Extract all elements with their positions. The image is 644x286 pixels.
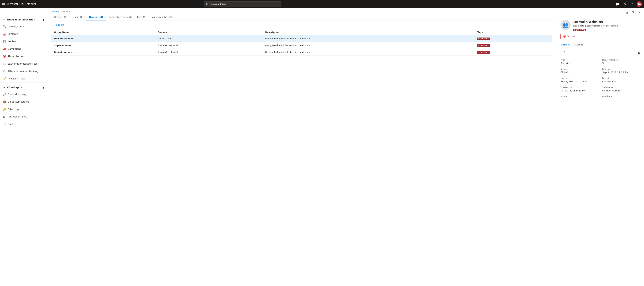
review-icon: 📋 <box>3 40 6 43</box>
info-field-direct-members: Direct members 5 <box>602 59 640 65</box>
cell-description: Designated administrators of the domain <box>262 35 474 42</box>
help-button[interactable]: ? <box>629 1 635 7</box>
chevron-up-icon-2: ▲ <box>42 86 44 89</box>
col-header-domain[interactable]: Domain <box>155 29 262 35</box>
sidebar-item-threat-tracker[interactable]: 🎯 Threat tracker <box>0 53 47 60</box>
table-row[interactable]: Super Admins domain1.test.local Designat… <box>51 42 552 49</box>
info-field-domain: Domain contoso.com <box>602 77 640 83</box>
cell-group-name: Domain Admins <box>51 49 155 56</box>
detail-tab-users[interactable]: Users (5) <box>574 42 587 48</box>
sidebar-section-header-cloud[interactable]: ☁ Cloud apps ▲ <box>0 84 47 91</box>
help-icon: ? <box>631 2 633 6</box>
table-row[interactable]: Domain Admins domain2.test.local Designa… <box>51 49 552 56</box>
sidebar-item-investigations[interactable]: 🔍 Investigations <box>0 23 47 30</box>
group-avatar: 👥 <box>560 20 570 30</box>
search-input[interactable] <box>210 3 276 6</box>
cloud-app-catalog-icon: 📦 <box>3 100 6 103</box>
waffle-icon[interactable]: ⊞ <box>2 2 5 6</box>
tab-connected-apps[interactable]: Connected apps (0) <box>106 14 134 21</box>
investigations-icon: 🔍 <box>3 25 6 28</box>
last-seen-value: Sep 3, 2023 10:16 AM <box>560 80 598 83</box>
detail-panel: ▲ ▼ ✕ 👥 Domain Admins Designated adminis… <box>556 8 644 286</box>
close-icon: ✕ <box>638 11 640 14</box>
info-field-type: Type Security <box>560 59 598 65</box>
tab-groups[interactable]: Groups (3) <box>86 14 106 21</box>
info-field-created-on: Created on Jan 11, 2018 9:45 PM <box>560 86 598 92</box>
topbar-actions: 💬 ⚙ ? TA <box>614 1 642 7</box>
member-of-label: Member of <box>602 95 640 98</box>
col-header-group-name[interactable]: Group Name <box>51 29 155 35</box>
export-button[interactable]: ⬇ Export <box>51 23 66 27</box>
first-seen-label: First seen <box>602 68 640 70</box>
feedback-button[interactable]: 💬 <box>614 1 620 7</box>
sidebar-item-label: Review <box>8 40 16 43</box>
sidebar-item-exchange-message-trace[interactable]: 📨 Exchange message trace <box>0 60 47 67</box>
sidebar-item-files[interactable]: 📄 Files <box>0 120 47 128</box>
sidebar-item-app-governance[interactable]: 🗂 App governance <box>0 113 47 120</box>
global-search[interactable]: 🔍 ✕ <box>204 1 281 7</box>
sidebar-item-review[interactable]: 📋 Review <box>0 38 47 45</box>
nav-up-button[interactable]: ▲ <box>624 10 630 15</box>
sidebar-item-label: Explorer <box>8 33 18 35</box>
sidebar-item-explorer[interactable]: 📊 Explorer <box>0 30 47 38</box>
sidebar-section-header-email[interactable]: ✉ Email & collaboration ▲ <box>0 16 47 23</box>
info-grid: Type Security Direct members 5 Scope Glo… <box>560 59 640 98</box>
detail-body: Info ▲ Type Security Direct members 5 Sc… <box>556 48 644 286</box>
sidebar-item-oauth-apps[interactable]: 🔑 OAuth apps <box>0 105 47 113</box>
chevron-up-icon: ▲ <box>42 18 44 21</box>
cell-domain: contoso.com <box>155 35 262 42</box>
col-header-description[interactable]: Description <box>262 29 474 35</box>
detail-title-area: Domain Admins Designated administrators … <box>573 20 640 31</box>
cell-domain: domain1.test.local <box>155 42 262 49</box>
info-collapse-icon[interactable]: ▲ <box>638 51 640 54</box>
tab-devices[interactable]: Devices (0) <box>51 14 70 21</box>
cell-description: Designated administrators of the domain <box>262 49 474 56</box>
close-panel-button[interactable]: ✕ <box>636 10 642 15</box>
sidebar-item-attack-simulation-training[interactable]: 🛡 Attack simulation training <box>0 67 47 75</box>
info-field-last-seen: Last seen Sep 3, 2023 10:16 AM <box>560 77 598 83</box>
sidebar-item-cloud-discovery[interactable]: 🔎 Cloud discovery <box>0 91 47 98</box>
attack-sim-icon: 🛡 <box>3 70 6 73</box>
search-clear-icon[interactable]: ✕ <box>278 3 280 6</box>
avatar[interactable]: TA <box>636 1 642 7</box>
cell-tags: SENSITIVE <box>474 35 552 42</box>
sidebar-item-label: Campaigns <box>8 48 21 50</box>
threat-tracker-icon: 🎯 <box>3 55 6 58</box>
cell-domain: domain2.test.local <box>155 49 262 56</box>
settings-button[interactable]: ⚙ <box>622 1 628 7</box>
sam-name-label: SAM name <box>602 86 640 89</box>
sensitive-badge: SENSITIV… <box>477 44 490 47</box>
cell-tags: SENSITIV… <box>474 42 552 49</box>
created-on-value: Jan 11, 2018 9:45 PM <box>560 89 598 92</box>
sidebar-item-policies-rules[interactable]: 📝 Policies & rules <box>0 75 47 82</box>
table-header-row: Group Name Domain Description Tags <box>51 29 552 35</box>
sidebar-toggle[interactable]: ☰ <box>0 8 47 16</box>
detail-title: Domain Admins <box>573 20 640 24</box>
table-row[interactable]: Domain Admins contoso.com Designated adm… <box>51 35 552 42</box>
page-tabs: Devices (0) Users (0) Groups (3) Connect… <box>47 14 556 21</box>
go-hunt-button[interactable]: 🎯 Go hunt <box>560 34 578 39</box>
info-field-sam-name: SAM name Domain Admins <box>602 86 640 92</box>
tab-users[interactable]: Users (0) <box>70 14 86 21</box>
cell-tags: SENSITIV… <box>474 49 552 56</box>
group-avatar-icon: 👥 <box>563 22 568 28</box>
search-icon: 🔍 <box>206 3 208 6</box>
nav-up-icon: ▲ <box>626 11 628 14</box>
sidebar-item-cloud-app-catalog[interactable]: 📦 Cloud app catalog <box>0 98 47 105</box>
tab-files[interactable]: Files (0) <box>134 14 149 21</box>
detail-tab-details[interactable]: Details <box>560 42 572 48</box>
breadcrumb-search-link[interactable]: Search <box>51 10 59 13</box>
app-body: ☰ ✉ Email & collaboration ▲ 🔍 Investigat… <box>0 8 644 286</box>
oauth-icon: 🔑 <box>3 108 6 111</box>
app-logo[interactable]: ⊞ Microsoft 365 Defender <box>2 2 36 6</box>
col-header-tags[interactable]: Tags <box>474 29 552 35</box>
app-governance-icon: 🗂 <box>3 115 6 118</box>
tab-vulnerabilities[interactable]: Vulnerabilities (3) <box>149 14 175 21</box>
domain-value: contoso.com <box>602 80 640 83</box>
direct-members-value: 5 <box>602 62 640 65</box>
sidebar-item-label: Cloud app catalog <box>8 100 29 103</box>
sidebar-section-cloud-apps: ☁ Cloud apps ▲ 🔎 Cloud discovery 📦 Cloud… <box>0 84 47 128</box>
sidebar-item-campaigns[interactable]: 📣 Campaigns <box>0 45 47 53</box>
nav-down-button[interactable]: ▼ <box>630 10 636 15</box>
sidebar-item-label: Files <box>8 123 13 125</box>
